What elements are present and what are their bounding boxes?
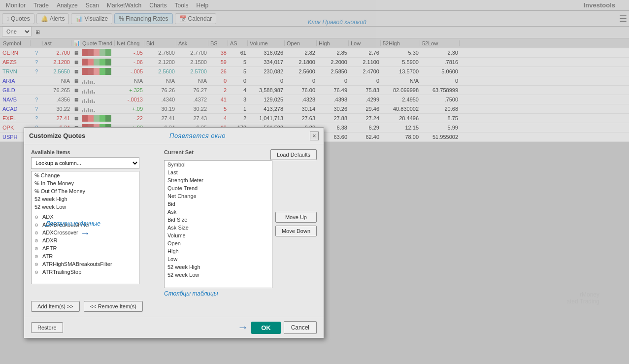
dialog-close-button[interactable]: × — [310, 132, 319, 140]
dialog-title: Customize Quotes — [29, 132, 85, 139]
dialog-overlay: Customize Quotes Появляется окно × Avail… — [0, 0, 629, 142]
dialog-annotation: Появляется окно — [169, 132, 226, 139]
customize-dialog: Customize Quotes Появляется окно × Avail… — [24, 127, 324, 142]
dialog-title-bar: Customize Quotes Появляется окно × — [24, 128, 324, 142]
